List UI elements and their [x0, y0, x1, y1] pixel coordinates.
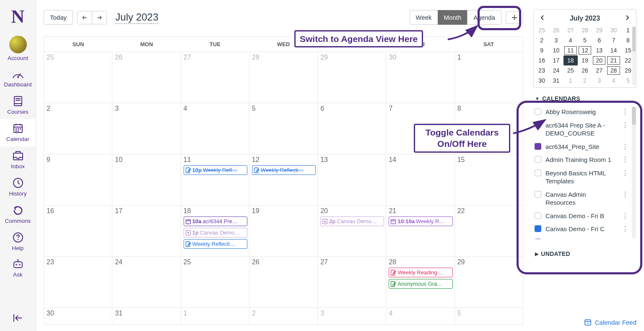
calendar-color-checkbox[interactable]	[535, 191, 541, 198]
calendar-item[interactable]: Canvas Demo - Fri D⋮	[534, 236, 631, 240]
mini-day[interactable]: 20	[592, 55, 606, 65]
day-cell[interactable]: 23	[44, 257, 112, 308]
mini-day[interactable]: 27	[564, 25, 578, 35]
mini-day[interactable]: 28	[606, 65, 621, 76]
kebab-icon[interactable]: ⋮	[621, 169, 629, 177]
day-cell[interactable]: 6	[318, 103, 386, 154]
mini-day[interactable]: 29	[592, 25, 606, 35]
day-cell[interactable]: 1	[455, 52, 523, 103]
day-cell[interactable]: 16	[44, 206, 112, 256]
day-cell[interactable]: 19	[249, 206, 318, 256]
next-button[interactable]	[92, 11, 107, 24]
mini-day[interactable]: 2	[578, 76, 592, 86]
calendar-item[interactable]: Canvas Demo - Fri B⋮	[534, 210, 631, 222]
mini-day[interactable]: 23	[535, 65, 549, 76]
day-cell[interactable]: 2	[249, 308, 318, 324]
calendar-event[interactable]: Weekly Reflecti…	[252, 165, 316, 175]
collapse-nav-button[interactable]	[0, 313, 36, 325]
day-cell[interactable]: 29	[455, 257, 523, 308]
day-cell[interactable]: 3	[112, 103, 181, 154]
day-cell[interactable]: 15	[455, 154, 523, 205]
day-cell[interactable]: 28Weekly Reading…Anonymous Gra…	[386, 257, 454, 308]
mini-day[interactable]: 1	[564, 76, 578, 86]
kebab-icon[interactable]: ⋮	[621, 108, 629, 116]
calendar-color-checkbox[interactable]	[535, 143, 541, 150]
day-cell[interactable]: 3	[318, 308, 386, 324]
kebab-icon[interactable]: ⋮	[621, 238, 629, 240]
mini-day[interactable]: 17	[549, 55, 563, 65]
kebab-icon[interactable]: ⋮	[621, 212, 629, 220]
calendar-item[interactable]: Canvas Admin Resources⋮	[534, 188, 631, 209]
nav-calendar[interactable]: Calendar	[0, 119, 36, 146]
day-cell[interactable]: 28	[249, 52, 318, 103]
day-cell[interactable]: 25	[181, 257, 249, 308]
day-cell[interactable]: 10	[112, 154, 181, 205]
day-cell[interactable]: 1	[181, 308, 249, 324]
day-cell[interactable]: 4	[181, 103, 249, 154]
calendar-item[interactable]: Admin Training Room 1⋮	[534, 154, 631, 166]
day-cell[interactable]: 14	[386, 154, 454, 205]
mini-day[interactable]: 19	[578, 55, 592, 65]
calendar-item[interactable]: Beyond Basics HTML Templates⋮	[534, 167, 631, 188]
calendar-feed-link[interactable]: 3 Calendar Feed	[533, 311, 636, 331]
brand-logo[interactable]: N	[0, 2, 36, 32]
day-cell[interactable]: 5	[455, 308, 523, 324]
day-cell[interactable]: 2110:10aWeekly R…	[386, 206, 454, 256]
calendar-event[interactable]: 1pCanvas Demo…	[184, 228, 247, 237]
mini-day[interactable]: 28	[578, 25, 592, 35]
view-week[interactable]: Week	[410, 10, 438, 25]
calendar-item[interactable]: Canvas Demo - Fri C⋮	[534, 223, 631, 235]
mini-day[interactable]: 25	[564, 65, 578, 76]
month-title[interactable]: July 2023	[115, 11, 158, 24]
mini-day[interactable]: 30	[606, 25, 621, 35]
calendar-color-checkbox[interactable]	[535, 225, 541, 232]
day-cell[interactable]: 22	[455, 206, 523, 256]
mini-day[interactable]: 13	[592, 45, 606, 55]
calendar-color-checkbox[interactable]	[535, 212, 541, 219]
calendar-event[interactable]: 10aacr6344 Pre…	[184, 216, 247, 226]
calendar-event[interactable]: Weekly Reflecti…	[184, 239, 247, 249]
calendar-item[interactable]: Abby Rosensweig⋮	[534, 106, 631, 118]
mini-day[interactable]: 7	[606, 35, 621, 45]
section-undated-toggle[interactable]: ▶ UNDATED	[533, 240, 636, 261]
mini-day[interactable]: 12	[578, 45, 592, 55]
mini-day[interactable]: 26	[549, 25, 563, 35]
day-cell[interactable]: 26	[249, 257, 318, 308]
mini-day[interactable]: 24	[549, 65, 563, 76]
mini-day[interactable]: 4	[564, 35, 578, 45]
day-cell[interactable]: 24	[112, 257, 181, 308]
calendar-item[interactable]: acr6344_Prep_Site⋮	[534, 141, 631, 153]
mini-day[interactable]: 10	[549, 45, 563, 55]
day-cell[interactable]: 27	[318, 257, 386, 308]
day-cell[interactable]: 4	[386, 308, 454, 324]
mini-day[interactable]: 30	[535, 76, 549, 86]
day-cell[interactable]: 17	[112, 206, 181, 256]
view-agenda[interactable]: Agenda	[467, 10, 501, 25]
kebab-icon[interactable]: ⋮	[621, 156, 629, 164]
nav-history[interactable]: History	[0, 174, 36, 201]
day-cell[interactable]: 26	[112, 52, 181, 103]
scrollbar[interactable]	[632, 107, 636, 238]
mini-day[interactable]: 11	[564, 45, 578, 55]
calendar-event[interactable]: Weekly Reading…	[389, 268, 452, 277]
calendar-color-checkbox[interactable]	[535, 239, 541, 240]
kebab-icon[interactable]: ⋮	[621, 225, 629, 233]
calendar-item[interactable]: acr6344 Prep Site A - DEMO_COURSE⋮	[534, 119, 631, 140]
mini-prev-button[interactable]	[538, 14, 546, 23]
mini-day[interactable]: 31	[549, 76, 563, 86]
day-cell[interactable]: 31	[112, 308, 181, 324]
nav-help[interactable]: Help	[0, 228, 36, 255]
nav-dashboard[interactable]: Dashboard	[0, 65, 36, 92]
day-cell[interactable]: 30	[44, 308, 112, 324]
day-cell[interactable]: 12Weekly Reflecti…	[249, 154, 318, 205]
today-button[interactable]: Today	[44, 10, 73, 25]
calendar-color-checkbox[interactable]	[535, 169, 541, 176]
kebab-icon[interactable]: ⋮	[621, 143, 629, 151]
mini-day[interactable]: 18	[564, 55, 578, 65]
kebab-icon[interactable]: ⋮	[621, 190, 629, 198]
day-cell[interactable]: 29	[318, 52, 386, 103]
mini-day[interactable]: 5	[578, 35, 592, 45]
mini-day[interactable]: 2	[535, 35, 549, 45]
mini-day[interactable]: 14	[606, 45, 621, 55]
calendar-event[interactable]: 10pWeekly Refl…	[184, 165, 247, 175]
